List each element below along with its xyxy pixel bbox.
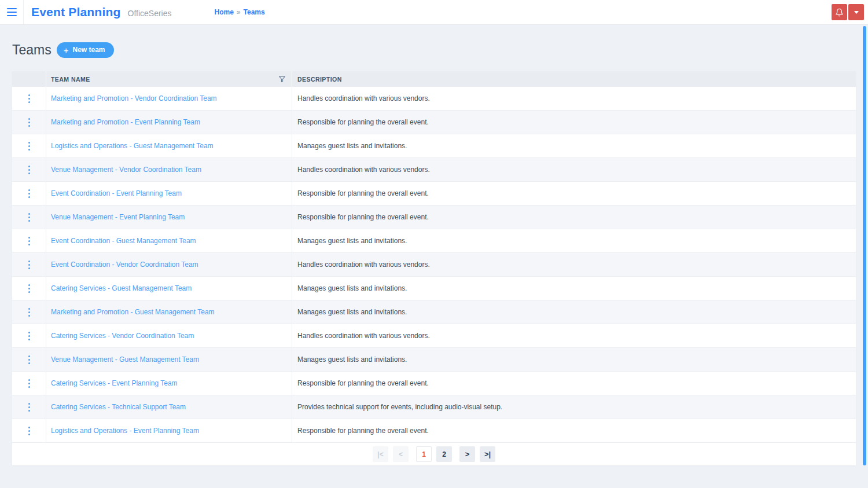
pagination-prev-button[interactable]: < — [393, 446, 409, 462]
row-name-cell: Marketing and Promotion - Vendor Coordin… — [46, 87, 292, 110]
team-name-link[interactable]: Catering Services - Event Planning Team — [51, 379, 178, 387]
vertical-scrollbar-thumb[interactable] — [863, 26, 866, 465]
team-description: Manages guest lists and invitations. — [297, 237, 407, 245]
row-name-cell: Catering Services - Guest Management Tea… — [46, 277, 292, 300]
pagination-pages: 1 2 — [416, 446, 452, 462]
table-row: Logistics and Operations - Guest Managem… — [12, 134, 856, 158]
notifications-button[interactable] — [832, 4, 847, 20]
row-kebab-menu-icon[interactable] — [25, 329, 34, 343]
row-description-cell: Handles coordination with various vendor… — [292, 324, 856, 347]
row-kebab-menu-icon[interactable] — [25, 210, 34, 225]
row-name-cell: Logistics and Operations - Guest Managem… — [46, 134, 292, 157]
table-row: Logistics and Operations - Event Plannin… — [12, 419, 856, 443]
row-description-cell: Handles coordination with various vendor… — [292, 87, 856, 110]
row-kebab-menu-icon[interactable] — [25, 424, 34, 438]
team-name-link[interactable]: Venue Management - Guest Management Team — [51, 355, 199, 364]
bell-icon — [835, 8, 844, 17]
team-description: Handles coordination with various vendor… — [297, 332, 430, 340]
hamburger-menu-icon[interactable] — [0, 0, 24, 24]
row-kebab-menu-icon[interactable] — [25, 258, 34, 272]
page-title: Teams — [12, 42, 52, 58]
filter-funnel-icon[interactable] — [278, 75, 286, 83]
row-name-cell: Event Coordination - Vendor Coordination… — [46, 253, 292, 276]
pagination-first-button[interactable]: |< — [373, 446, 388, 462]
team-name-link[interactable]: Marketing and Promotion - Guest Manageme… — [51, 308, 215, 316]
row-kebab-menu-icon[interactable] — [25, 376, 34, 391]
pagination: |< < 1 2 > >| — [12, 443, 856, 465]
caret-down-icon — [854, 11, 859, 14]
row-kebab-menu-icon[interactable] — [25, 186, 34, 201]
team-description: Provides technical support for events, i… — [297, 403, 502, 411]
row-kebab-menu-icon[interactable] — [25, 115, 34, 130]
plus-icon: + — [64, 46, 69, 54]
topbar-actions — [832, 4, 864, 20]
row-name-cell: Venue Management - Vendor Coordination T… — [46, 158, 292, 181]
row-actions-cell — [12, 229, 46, 252]
team-name-link[interactable]: Catering Services - Technical Support Te… — [51, 403, 186, 411]
row-description-cell: Manages guest lists and invitations. — [292, 300, 856, 324]
new-team-button[interactable]: + New team — [57, 42, 114, 58]
app-subtitle: OfficeSeries — [128, 9, 172, 18]
breadcrumb: Home » Teams — [215, 8, 265, 16]
table-body: Marketing and Promotion - Vendor Coordin… — [12, 87, 856, 443]
row-actions-cell — [12, 87, 46, 110]
row-actions-cell — [12, 253, 46, 276]
row-actions-cell — [12, 300, 46, 324]
row-name-cell: Catering Services - Vendor Coordination … — [46, 324, 292, 347]
header-cell-team-name[interactable]: TEAM NAME — [46, 71, 292, 87]
row-kebab-menu-icon[interactable] — [25, 91, 34, 106]
description-column-label: DESCRIPTION — [297, 76, 342, 83]
user-menu-dropdown-button[interactable] — [848, 4, 864, 20]
row-description-cell: Manages guest lists and invitations. — [292, 134, 856, 157]
breadcrumb-current-link[interactable]: Teams — [244, 8, 265, 16]
team-description: Responsible for planning the overall eve… — [297, 213, 429, 221]
team-description: Responsible for planning the overall eve… — [297, 379, 429, 387]
breadcrumb-home-link[interactable]: Home — [215, 8, 234, 16]
team-description: Responsible for planning the overall eve… — [297, 189, 429, 197]
row-actions-cell — [12, 158, 46, 181]
row-actions-cell — [12, 372, 46, 395]
table-row: Venue Management - Guest Management Team… — [12, 348, 856, 372]
table-row: Catering Services - Event Planning Team … — [12, 372, 856, 395]
table-header-row: TEAM NAME DESCRIPTION — [12, 71, 856, 87]
table-row: Venue Management - Event Planning Team R… — [12, 206, 856, 229]
header-cell-description[interactable]: DESCRIPTION — [292, 71, 856, 87]
teams-table: TEAM NAME DESCRIPTION Marketing and Prom… — [12, 71, 856, 465]
row-kebab-menu-icon[interactable] — [25, 353, 34, 367]
pagination-page-1-button[interactable]: 1 — [416, 446, 432, 462]
team-name-link[interactable]: Marketing and Promotion - Vendor Coordin… — [51, 94, 217, 102]
page-content: Teams + New team TEAM NAME DESCRIPTION — [0, 41, 868, 465]
row-name-cell: Event Coordination - Event Planning Team — [46, 182, 292, 205]
row-kebab-menu-icon[interactable] — [25, 305, 34, 320]
row-kebab-menu-icon[interactable] — [25, 163, 34, 177]
team-name-link[interactable]: Event Coordination - Event Planning Team — [51, 189, 182, 197]
team-name-link[interactable]: Event Coordination - Vendor Coordination… — [51, 260, 198, 269]
pagination-last-button[interactable]: >| — [480, 446, 495, 462]
team-name-link[interactable]: Catering Services - Guest Management Tea… — [51, 284, 192, 292]
row-actions-cell — [12, 348, 46, 371]
team-name-link[interactable]: Marketing and Promotion - Event Planning… — [51, 118, 200, 126]
table-row: Event Coordination - Vendor Coordination… — [12, 253, 856, 277]
row-kebab-menu-icon[interactable] — [25, 234, 34, 248]
table-row: Venue Management - Vendor Coordination T… — [12, 158, 856, 182]
table-row: Catering Services - Guest Management Tea… — [12, 277, 856, 300]
row-description-cell: Responsible for planning the overall eve… — [292, 419, 856, 442]
pagination-page-2-button[interactable]: 2 — [436, 446, 452, 462]
team-name-link[interactable]: Catering Services - Vendor Coordination … — [51, 332, 194, 340]
pagination-next-button[interactable]: > — [459, 446, 475, 462]
team-description: Handles coordination with various vendor… — [297, 260, 430, 269]
team-name-link[interactable]: Logistics and Operations - Guest Managem… — [51, 142, 214, 150]
row-kebab-menu-icon[interactable] — [25, 281, 34, 296]
team-description: Handles coordination with various vendor… — [297, 166, 430, 174]
brand: Event Planning OfficeSeries — [24, 5, 172, 19]
team-name-link[interactable]: Venue Management - Event Planning Team — [51, 213, 185, 221]
team-name-link[interactable]: Venue Management - Vendor Coordination T… — [51, 166, 201, 174]
team-name-link[interactable]: Logistics and Operations - Event Plannin… — [51, 427, 199, 435]
row-actions-cell — [12, 134, 46, 157]
team-name-link[interactable]: Event Coordination - Guest Management Te… — [51, 237, 196, 245]
table-row: Marketing and Promotion - Guest Manageme… — [12, 300, 856, 324]
row-kebab-menu-icon[interactable] — [25, 400, 34, 414]
row-name-cell: Marketing and Promotion - Event Planning… — [46, 111, 292, 134]
row-description-cell: Handles coordination with various vendor… — [292, 158, 856, 181]
row-kebab-menu-icon[interactable] — [25, 139, 34, 153]
